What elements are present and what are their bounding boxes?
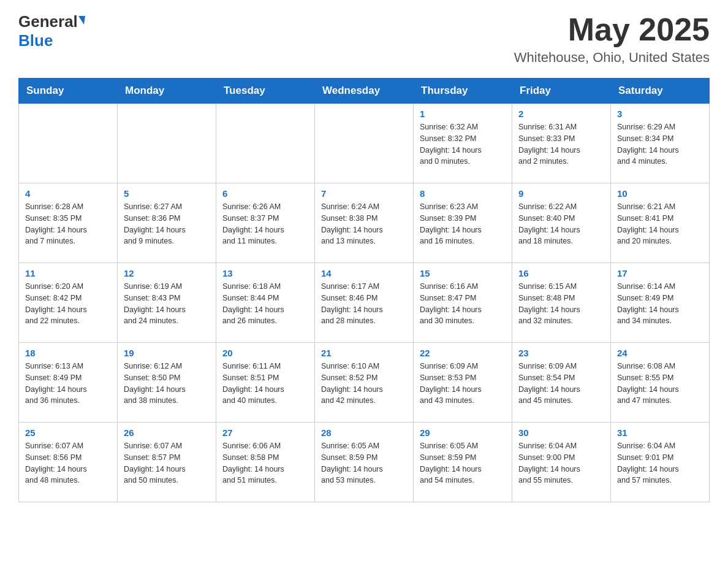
day-info: Sunrise: 6:29 AM Sunset: 8:34 PM Dayligh… [617, 121, 703, 167]
day-cell: 26Sunrise: 6:07 AM Sunset: 8:57 PM Dayli… [118, 423, 216, 502]
day-number: 9 [518, 188, 604, 199]
logo: General Blue [18, 12, 85, 50]
week-row-5: 25Sunrise: 6:07 AM Sunset: 8:56 PM Dayli… [19, 423, 710, 502]
day-number: 2 [518, 109, 604, 119]
day-cell: 3Sunrise: 6:29 AM Sunset: 8:34 PM Daylig… [611, 104, 710, 183]
day-info: Sunrise: 6:07 AM Sunset: 8:56 PM Dayligh… [25, 440, 111, 486]
day-info: Sunrise: 6:07 AM Sunset: 8:57 PM Dayligh… [124, 440, 210, 486]
day-number: 3 [617, 109, 703, 119]
day-cell: 13Sunrise: 6:18 AM Sunset: 8:44 PM Dayli… [216, 263, 315, 343]
weekday-header-thursday: Thursday [414, 79, 512, 104]
day-number: 20 [222, 348, 308, 358]
day-cell: 5Sunrise: 6:27 AM Sunset: 8:36 PM Daylig… [118, 183, 216, 263]
day-cell: 14Sunrise: 6:17 AM Sunset: 8:46 PM Dayli… [315, 263, 414, 343]
day-cell: 16Sunrise: 6:15 AM Sunset: 8:48 PM Dayli… [512, 263, 611, 343]
day-info: Sunrise: 6:24 AM Sunset: 8:38 PM Dayligh… [321, 201, 407, 247]
day-cell: 28Sunrise: 6:05 AM Sunset: 8:59 PM Dayli… [315, 423, 414, 502]
day-info: Sunrise: 6:09 AM Sunset: 8:54 PM Dayligh… [518, 361, 604, 407]
day-cell: 11Sunrise: 6:20 AM Sunset: 8:42 PM Dayli… [19, 263, 118, 343]
day-info: Sunrise: 6:20 AM Sunset: 8:42 PM Dayligh… [25, 281, 111, 327]
day-info: Sunrise: 6:04 AM Sunset: 9:01 PM Dayligh… [617, 440, 703, 486]
day-cell: 7Sunrise: 6:24 AM Sunset: 8:38 PM Daylig… [315, 183, 414, 263]
day-number: 19 [124, 348, 210, 358]
day-number: 16 [518, 268, 604, 278]
day-info: Sunrise: 6:13 AM Sunset: 8:49 PM Dayligh… [25, 361, 111, 407]
day-number: 31 [617, 427, 703, 438]
day-info: Sunrise: 6:14 AM Sunset: 8:49 PM Dayligh… [617, 281, 703, 327]
day-number: 12 [124, 268, 210, 278]
week-row-4: 18Sunrise: 6:13 AM Sunset: 8:49 PM Dayli… [19, 343, 710, 423]
day-cell [216, 104, 315, 183]
day-info: Sunrise: 6:26 AM Sunset: 8:37 PM Dayligh… [222, 201, 308, 247]
day-cell: 15Sunrise: 6:16 AM Sunset: 8:47 PM Dayli… [414, 263, 512, 343]
day-cell: 2Sunrise: 6:31 AM Sunset: 8:33 PM Daylig… [512, 104, 611, 183]
day-cell [315, 104, 414, 183]
day-info: Sunrise: 6:16 AM Sunset: 8:47 PM Dayligh… [420, 281, 506, 327]
week-row-1: 1Sunrise: 6:32 AM Sunset: 8:32 PM Daylig… [19, 104, 710, 183]
weekday-header-wednesday: Wednesday [315, 79, 414, 104]
day-info: Sunrise: 6:31 AM Sunset: 8:33 PM Dayligh… [518, 121, 604, 167]
logo-blue-text: Blue [18, 31, 53, 50]
day-info: Sunrise: 6:05 AM Sunset: 8:59 PM Dayligh… [420, 440, 506, 486]
day-info: Sunrise: 6:22 AM Sunset: 8:40 PM Dayligh… [518, 201, 604, 247]
day-number: 11 [25, 268, 111, 278]
day-info: Sunrise: 6:15 AM Sunset: 8:48 PM Dayligh… [518, 281, 604, 327]
month-title: May 2025 [514, 12, 710, 47]
day-info: Sunrise: 6:27 AM Sunset: 8:36 PM Dayligh… [124, 201, 210, 247]
day-number: 22 [420, 348, 506, 358]
week-row-2: 4Sunrise: 6:28 AM Sunset: 8:35 PM Daylig… [19, 183, 710, 263]
day-info: Sunrise: 6:06 AM Sunset: 8:58 PM Dayligh… [222, 440, 308, 486]
weekday-header-row: SundayMondayTuesdayWednesdayThursdayFrid… [19, 79, 710, 104]
weekday-header-friday: Friday [512, 79, 611, 104]
day-cell: 25Sunrise: 6:07 AM Sunset: 8:56 PM Dayli… [19, 423, 118, 502]
weekday-header-saturday: Saturday [611, 79, 710, 104]
day-number: 28 [321, 427, 407, 438]
day-cell: 4Sunrise: 6:28 AM Sunset: 8:35 PM Daylig… [19, 183, 118, 263]
day-number: 29 [420, 427, 506, 438]
day-number: 10 [617, 188, 703, 199]
day-number: 6 [222, 188, 308, 199]
page-header: General Blue May 2025 Whitehouse, Ohio, … [18, 12, 710, 66]
day-number: 15 [420, 268, 506, 278]
day-number: 4 [25, 188, 111, 199]
day-cell: 31Sunrise: 6:04 AM Sunset: 9:01 PM Dayli… [611, 423, 710, 502]
day-number: 26 [124, 427, 210, 438]
day-number: 5 [124, 188, 210, 199]
day-info: Sunrise: 6:32 AM Sunset: 8:32 PM Dayligh… [420, 121, 506, 167]
day-cell: 8Sunrise: 6:23 AM Sunset: 8:39 PM Daylig… [414, 183, 512, 263]
day-cell: 20Sunrise: 6:11 AM Sunset: 8:51 PM Dayli… [216, 343, 315, 423]
day-number: 18 [25, 348, 111, 358]
day-number: 13 [222, 268, 308, 278]
day-cell: 27Sunrise: 6:06 AM Sunset: 8:58 PM Dayli… [216, 423, 315, 502]
weekday-header-tuesday: Tuesday [216, 79, 315, 104]
day-info: Sunrise: 6:10 AM Sunset: 8:52 PM Dayligh… [321, 361, 407, 407]
day-info: Sunrise: 6:28 AM Sunset: 8:35 PM Dayligh… [25, 201, 111, 247]
day-number: 17 [617, 268, 703, 278]
day-number: 23 [518, 348, 604, 358]
location-title: Whitehouse, Ohio, United States [514, 50, 710, 66]
day-number: 14 [321, 268, 407, 278]
day-info: Sunrise: 6:19 AM Sunset: 8:43 PM Dayligh… [124, 281, 210, 327]
day-number: 8 [420, 188, 506, 199]
day-cell [19, 104, 118, 183]
day-info: Sunrise: 6:17 AM Sunset: 8:46 PM Dayligh… [321, 281, 407, 327]
day-info: Sunrise: 6:12 AM Sunset: 8:50 PM Dayligh… [124, 361, 210, 407]
day-cell: 10Sunrise: 6:21 AM Sunset: 8:41 PM Dayli… [611, 183, 710, 263]
day-info: Sunrise: 6:21 AM Sunset: 8:41 PM Dayligh… [617, 201, 703, 247]
day-cell: 12Sunrise: 6:19 AM Sunset: 8:43 PM Dayli… [118, 263, 216, 343]
day-number: 1 [420, 109, 506, 119]
day-cell: 30Sunrise: 6:04 AM Sunset: 9:00 PM Dayli… [512, 423, 611, 502]
day-info: Sunrise: 6:18 AM Sunset: 8:44 PM Dayligh… [222, 281, 308, 327]
day-number: 30 [518, 427, 604, 438]
day-info: Sunrise: 6:23 AM Sunset: 8:39 PM Dayligh… [420, 201, 506, 247]
day-cell: 6Sunrise: 6:26 AM Sunset: 8:37 PM Daylig… [216, 183, 315, 263]
logo-general-text: General [18, 12, 78, 31]
day-cell: 9Sunrise: 6:22 AM Sunset: 8:40 PM Daylig… [512, 183, 611, 263]
day-number: 27 [222, 427, 308, 438]
day-cell: 18Sunrise: 6:13 AM Sunset: 8:49 PM Dayli… [19, 343, 118, 423]
day-info: Sunrise: 6:04 AM Sunset: 9:00 PM Dayligh… [518, 440, 604, 486]
day-cell: 22Sunrise: 6:09 AM Sunset: 8:53 PM Dayli… [414, 343, 512, 423]
day-number: 21 [321, 348, 407, 358]
day-info: Sunrise: 6:09 AM Sunset: 8:53 PM Dayligh… [420, 361, 506, 407]
title-section: May 2025 Whitehouse, Ohio, United States [514, 12, 710, 66]
